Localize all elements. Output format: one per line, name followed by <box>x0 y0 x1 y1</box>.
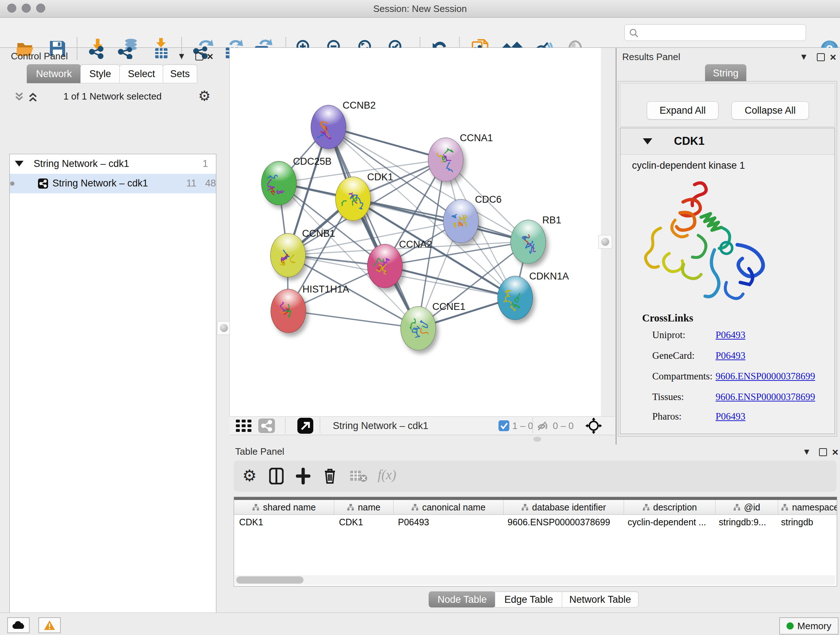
node-label: CCNE1 <box>432 301 466 312</box>
structure-thumbnail-icon <box>317 115 339 141</box>
uniprot-link[interactable]: P06493 <box>715 329 745 340</box>
structure-thumbnail-icon <box>516 230 539 256</box>
scrollbar-thumb[interactable] <box>236 576 303 584</box>
genecard-link[interactable]: P06493 <box>715 350 745 361</box>
birdseye-grid-icon[interactable] <box>236 420 253 432</box>
delete-column-icon[interactable] <box>323 467 337 485</box>
network-tree-item-row[interactable]: String Network – cdk1 11 48 <box>10 174 216 193</box>
table-cell[interactable]: stringdb <box>776 515 837 529</box>
structure-thumbnail-icon <box>407 316 429 343</box>
control-panel-float-icon[interactable] <box>195 52 203 60</box>
protein-node-ccne1[interactable] <box>401 306 436 350</box>
control-panel-menu-icon[interactable]: ▼ <box>177 51 186 61</box>
collapse-all-button[interactable]: Collapse All <box>731 101 809 119</box>
hidden-eye-icon <box>537 420 549 431</box>
collapse-card-icon[interactable] <box>643 138 652 144</box>
expand-collapse-box: Expand All Collapse All <box>620 83 835 127</box>
tab-network-table[interactable]: Network Table <box>562 592 638 608</box>
crosslink-row: Compartments:9606.ENSP00000378699 <box>621 371 835 391</box>
crosslink-row: Tissues:9606.ENSP00000378699 <box>621 391 835 412</box>
column-type-icon <box>252 504 259 511</box>
fit-selected-crosshair-icon[interactable] <box>585 417 602 434</box>
table-cell[interactable]: CDK1 <box>334 515 393 529</box>
column-type-icon <box>643 504 650 511</box>
network-share-icon[interactable] <box>258 418 275 433</box>
tab-node-table[interactable]: Node Table <box>429 592 496 608</box>
protein-node-cdc25b[interactable] <box>261 161 297 205</box>
open-in-new-window-icon[interactable] <box>297 418 313 434</box>
search-input[interactable] <box>642 26 803 40</box>
table-cell[interactable]: CDK1 <box>234 515 334 529</box>
table-panel-close-icon[interactable]: × <box>832 446 838 458</box>
protein-card-header[interactable]: CDK1 <box>621 128 835 155</box>
protein-node-ccna1[interactable] <box>428 138 463 182</box>
network-options-gear-icon[interactable]: ⚙ <box>198 88 210 104</box>
network-tree: String Network – cdk1 1 String Network –… <box>9 154 216 635</box>
cloud-status-button[interactable] <box>7 617 30 633</box>
node-label: CCNA1 <box>460 133 493 144</box>
column-header-databaseidentifier[interactable]: database identifier <box>504 500 624 515</box>
canvas-right-gutter <box>601 48 615 416</box>
add-column-icon[interactable] <box>296 468 310 485</box>
warning-status-button[interactable] <box>38 617 61 633</box>
column-header-id[interactable]: @id <box>715 500 778 515</box>
cloud-icon <box>12 621 25 630</box>
tissues-link[interactable]: 9606.ENSP00000378699 <box>715 391 815 402</box>
column-type-icon <box>733 504 741 511</box>
results-panel-close-icon[interactable]: × <box>830 51 836 63</box>
pharos-link[interactable]: P06493 <box>715 411 745 422</box>
node-table[interactable]: shared namenamecanonical namedatabase id… <box>234 497 837 586</box>
structure-thumbnail-icon <box>341 187 364 213</box>
left-splitter-handle[interactable] <box>217 321 231 335</box>
compartments-link[interactable]: 9606.ENSP00000378699 <box>715 371 815 382</box>
control-panel-close-icon[interactable]: × <box>207 50 213 63</box>
table-panel-float-icon[interactable] <box>819 448 827 456</box>
table-settings-gear-icon[interactable]: ⚙ <box>242 466 256 485</box>
network-status-dot-icon <box>10 181 14 186</box>
results-panel: Results Panel ▼ × String Expand All Coll… <box>616 48 840 445</box>
protein-node-rb1[interactable] <box>510 220 546 264</box>
protein-node-ccnb1[interactable] <box>270 233 306 277</box>
table-cell[interactable]: 9606.ENSP00000378699 <box>502 515 622 529</box>
network-canvas[interactable]: CCNB2CCNA1CDC25BCDK1CDC6RB1CCNB1CCNA2CDK… <box>229 48 601 416</box>
tab-sets[interactable]: Sets <box>163 65 197 83</box>
protein-node-cdk1[interactable] <box>335 177 371 221</box>
results-panel-float-icon[interactable] <box>817 53 825 61</box>
selected-counts: 1 – 0 <box>512 420 533 432</box>
tab-network[interactable]: Network <box>27 65 81 83</box>
memory-button[interactable]: Memory <box>779 617 838 635</box>
tab-select[interactable]: Select <box>119 65 164 83</box>
column-header-canonicalname[interactable]: canonical name <box>393 500 504 515</box>
search-box[interactable] <box>624 24 806 41</box>
protein-node-cdc6[interactable] <box>443 199 478 243</box>
protein-node-hist1h1a[interactable] <box>271 289 306 333</box>
column-header-namespace[interactable]: namespace <box>778 500 837 515</box>
table-cell[interactable]: P06493 <box>393 515 502 529</box>
selected-checkbox-icon[interactable] <box>499 420 509 431</box>
table-panel-menu-icon[interactable]: ▼ <box>802 447 811 457</box>
protein-node-cdkn1a[interactable] <box>497 276 533 320</box>
collection-count: 1 <box>202 158 208 169</box>
network-tree-group-row[interactable]: String Network – cdk1 1 <box>10 154 216 174</box>
table-toolbar: ⚙ f(x) <box>234 461 836 492</box>
node-label: CDK1 <box>367 172 393 183</box>
table-cell[interactable]: stringdb:9... <box>714 515 776 529</box>
tab-edge-table[interactable]: Edge Table <box>495 592 562 608</box>
right-splitter-handle[interactable] <box>598 235 612 249</box>
table-cell[interactable]: cyclin-dependent ... <box>622 515 714 529</box>
tab-style[interactable]: Style <box>80 65 120 83</box>
table-row[interactable]: CDK1CDK1P064939606.ENSP00000378699cyclin… <box>234 515 837 529</box>
protein-result-card: CDK1 cyclin-dependent kinase 1 <box>620 128 835 434</box>
expand-all-button[interactable]: Expand All <box>647 101 718 119</box>
tree-expander-icon[interactable] <box>15 161 24 166</box>
protein-node-ccnb2[interactable] <box>311 105 346 149</box>
results-panel-menu-icon[interactable]: ▼ <box>799 52 808 62</box>
column-header-name[interactable]: name <box>334 500 393 515</box>
table-h-scrollbar[interactable] <box>235 575 835 585</box>
window-title: Session: New Session <box>0 3 840 14</box>
column-header-sharedname[interactable]: shared name <box>234 500 334 515</box>
protein-node-ccna2[interactable] <box>367 244 403 288</box>
show-columns-icon[interactable] <box>269 468 284 485</box>
column-header-description[interactable]: description <box>624 500 715 515</box>
tab-string[interactable]: String <box>705 65 746 82</box>
